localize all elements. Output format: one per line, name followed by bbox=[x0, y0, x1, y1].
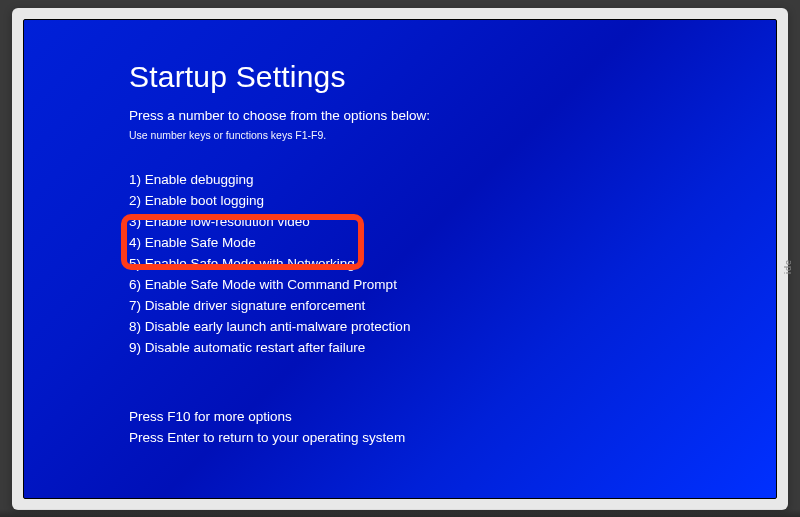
bezel-label: ide bbox=[783, 259, 793, 274]
footer-return: Press Enter to return to your operating … bbox=[129, 427, 676, 448]
options-list: 1) Enable debugging 2) Enable boot loggi… bbox=[129, 169, 676, 358]
option-1-debugging[interactable]: 1) Enable debugging bbox=[129, 169, 676, 190]
option-8-disable-anti-malware[interactable]: 8) Disable early launch anti-malware pro… bbox=[129, 316, 676, 337]
subtitle-text: Press a number to choose from the option… bbox=[129, 108, 676, 123]
footer-more-options: Press F10 for more options bbox=[129, 406, 676, 427]
option-7-disable-driver-signature[interactable]: 7) Disable driver signature enforcement bbox=[129, 295, 676, 316]
page-title: Startup Settings bbox=[129, 60, 676, 94]
option-3-low-resolution-video[interactable]: 3) Enable low-resolution video bbox=[129, 211, 676, 232]
option-4-safe-mode[interactable]: 4) Enable Safe Mode bbox=[129, 232, 676, 253]
option-2-boot-logging[interactable]: 2) Enable boot logging bbox=[129, 190, 676, 211]
startup-settings-screen: Startup Settings Press a number to choos… bbox=[23, 19, 777, 499]
desk-surface-shadow bbox=[0, 509, 800, 517]
option-6-safe-mode-command-prompt[interactable]: 6) Enable Safe Mode with Command Prompt bbox=[129, 274, 676, 295]
hint-text: Use number keys or functions keys F1-F9. bbox=[129, 129, 676, 141]
option-9-disable-auto-restart[interactable]: 9) Disable automatic restart after failu… bbox=[129, 337, 676, 358]
option-5-safe-mode-networking[interactable]: 5) Enable Safe Mode with Networking bbox=[129, 253, 676, 274]
laptop-bezel: Startup Settings Press a number to choos… bbox=[12, 8, 788, 510]
